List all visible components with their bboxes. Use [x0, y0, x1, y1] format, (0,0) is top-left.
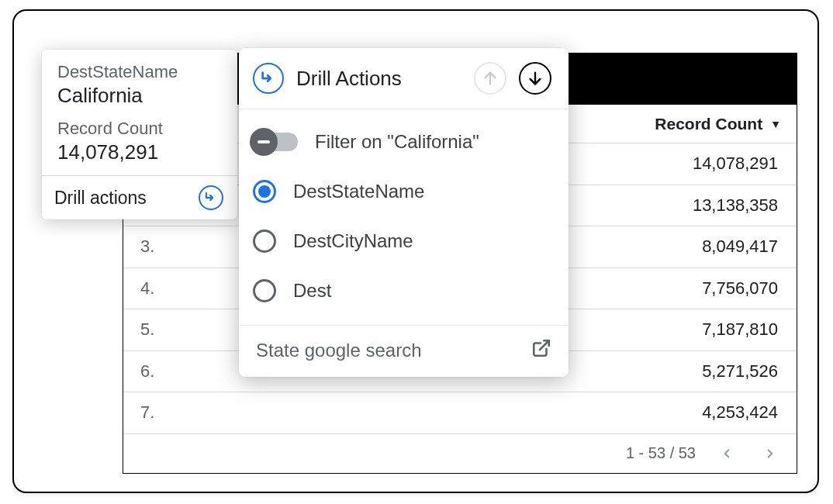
drill-option-row[interactable]: DestStateName: [253, 167, 551, 216]
drill-panel-title: Drill Actions: [296, 67, 461, 91]
pager-next-button[interactable]: [758, 441, 783, 466]
drill-options-list: Filter on "California" DestStateName Des…: [239, 109, 569, 326]
radio-button[interactable]: [253, 180, 276, 203]
svg-line-2: [540, 340, 549, 350]
tooltip-field-value: 14,078,291: [57, 140, 222, 164]
column-header-label: Record Count: [655, 115, 762, 133]
tooltip-field-label: Record Count: [57, 119, 222, 139]
external-search-label: State google search: [256, 340, 421, 361]
filter-toggle-row[interactable]: Filter on "California": [253, 117, 551, 167]
filter-toggle[interactable]: [253, 133, 298, 151]
radio-button[interactable]: [253, 230, 276, 253]
row-value: 4,253,424: [184, 402, 797, 423]
drill-up-button[interactable]: [474, 62, 506, 95]
drill-actions-label: Drill actions: [54, 188, 147, 209]
open-in-new-icon: [531, 338, 551, 363]
drill-option-label: DestStateName: [293, 181, 424, 202]
row-index: 5.: [123, 319, 184, 340]
drill-down-button[interactable]: [519, 62, 551, 95]
pager-prev-button[interactable]: [714, 441, 739, 466]
drill-option-row[interactable]: DestCityName: [253, 216, 551, 266]
row-index: 4.: [123, 278, 184, 299]
chevron-left-icon: [720, 447, 734, 461]
row-index: 7.: [123, 402, 184, 423]
minus-icon: [250, 128, 278, 156]
datapoint-tooltip: DestStateName California Record Count 14…: [42, 50, 237, 219]
app-frame: Record Count ▼ 1. 14,078,291 2. 13,138,3…: [12, 9, 819, 493]
sort-desc-icon: ▼: [770, 118, 781, 130]
drill-down-icon: [199, 185, 223, 210]
drill-option-label: Dest: [293, 280, 331, 302]
row-index: 3.: [123, 236, 184, 257]
filter-toggle-label: Filter on "California": [315, 131, 479, 153]
tooltip-field-value: California: [57, 84, 222, 108]
drill-actions-panel: Drill Actions Filter on "California": [239, 48, 569, 377]
pager-range: 1 - 53 / 53: [626, 444, 696, 462]
tooltip-field-label: DestStateName: [57, 62, 222, 82]
arrow-down-icon: [527, 70, 544, 87]
table-row[interactable]: 7. 4,253,424: [123, 392, 797, 434]
drill-down-icon: [253, 63, 284, 94]
drill-option-row[interactable]: Dest: [253, 266, 551, 316]
drill-option-label: DestCityName: [293, 230, 413, 252]
drill-panel-header: Drill Actions: [239, 48, 569, 109]
arrow-up-icon: [482, 70, 499, 87]
drill-actions-open-button[interactable]: Drill actions: [42, 175, 237, 219]
radio-button[interactable]: [253, 279, 276, 302]
row-index: 6.: [123, 361, 184, 381]
table-pager: 1 - 53 / 53: [123, 434, 797, 473]
external-search-link[interactable]: State google search: [239, 326, 569, 377]
chevron-right-icon: [763, 447, 777, 461]
